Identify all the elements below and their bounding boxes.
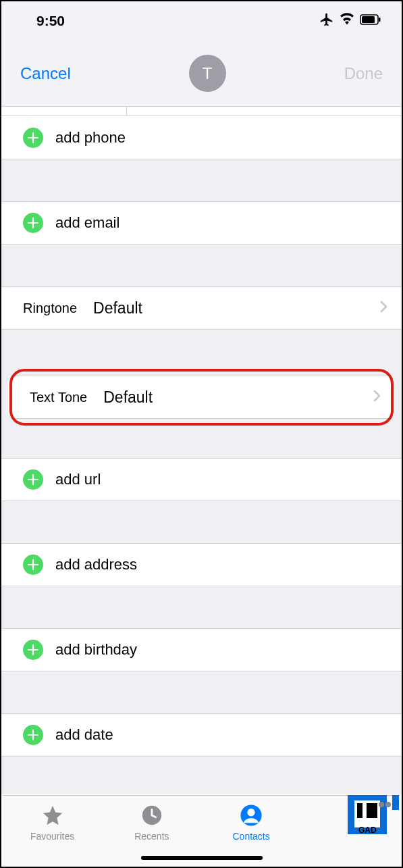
add-phone-label: add phone — [55, 129, 126, 147]
tab-favourites-label: Favourites — [30, 831, 74, 842]
status-bar: 9:50 — [1, 1, 402, 41]
text-tone-row[interactable]: Text Tone Default — [8, 376, 395, 419]
star-icon — [40, 802, 65, 828]
add-address-label: add address — [55, 556, 137, 573]
svg-rect-2 — [379, 18, 381, 22]
svg-point-11 — [385, 802, 391, 807]
plus-icon — [23, 725, 43, 745]
svg-rect-12 — [392, 795, 399, 810]
tab-contacts-label: Contacts — [233, 831, 270, 842]
add-address-row[interactable]: add address — [1, 543, 402, 586]
add-birthday-label: add birthday — [55, 641, 137, 659]
plus-icon — [23, 555, 43, 575]
add-date-row[interactable]: add date — [1, 713, 402, 757]
watermark: GAD — [348, 791, 399, 837]
add-birthday-row[interactable]: add birthday — [1, 628, 402, 671]
airplane-mode-icon — [319, 12, 334, 30]
partial-field-row — [1, 107, 402, 116]
clock-icon — [139, 802, 165, 828]
text-tone-label: Text Tone — [30, 390, 87, 405]
ringtone-row[interactable]: Ringtone Default — [1, 286, 402, 330]
done-button[interactable]: Done — [344, 64, 383, 83]
add-phone-row[interactable]: add phone — [1, 116, 402, 159]
home-indicator[interactable] — [141, 856, 263, 860]
svg-text:GAD: GAD — [358, 825, 377, 835]
svg-rect-8 — [357, 803, 377, 818]
svg-point-5 — [247, 809, 254, 816]
battery-icon — [360, 14, 381, 28]
add-email-label: add email — [55, 214, 119, 232]
avatar-initial: T — [203, 64, 213, 83]
ringtone-label: Ringtone — [23, 301, 77, 316]
plus-icon — [23, 213, 43, 233]
add-email-row[interactable]: add email — [1, 201, 402, 245]
svg-rect-9 — [362, 803, 367, 818]
tab-recents[interactable]: Recents — [111, 802, 192, 842]
chevron-right-icon — [373, 390, 381, 405]
plus-icon — [23, 640, 43, 660]
status-icons — [319, 12, 381, 30]
content-scroll[interactable]: add phone add email Ringtone Default Tex… — [1, 107, 402, 794]
text-tone-value: Default — [103, 388, 373, 407]
avatar[interactable]: T — [189, 55, 226, 92]
svg-rect-1 — [362, 16, 375, 23]
tab-favourites[interactable]: Favourites — [12, 802, 93, 842]
person-icon — [238, 802, 264, 828]
add-url-label: add url — [55, 471, 101, 488]
wifi-icon — [340, 13, 354, 29]
status-time: 9:50 — [36, 13, 65, 29]
chevron-right-icon — [380, 301, 388, 315]
tab-recents-label: Recents — [134, 831, 169, 842]
add-date-label: add date — [55, 726, 113, 744]
plus-icon — [23, 469, 43, 490]
ringtone-value: Default — [93, 299, 380, 317]
plus-icon — [23, 128, 43, 148]
add-url-row[interactable]: add url — [1, 458, 402, 501]
nav-header: Cancel T Done — [1, 41, 402, 107]
cancel-button[interactable]: Cancel — [20, 64, 71, 83]
svg-point-10 — [379, 802, 384, 807]
tab-contacts[interactable]: Contacts — [211, 802, 292, 842]
